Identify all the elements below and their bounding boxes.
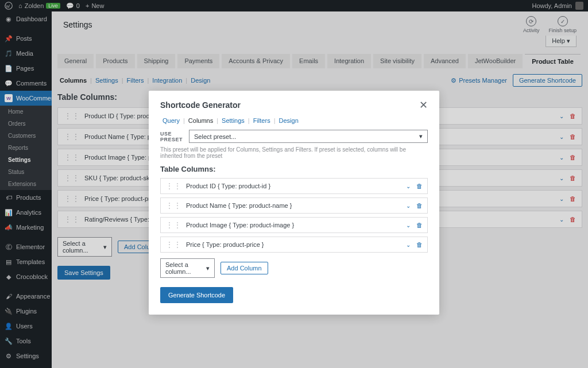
chevron-down-icon[interactable]: ⌄: [406, 203, 411, 209]
modal-tab-query[interactable]: Query: [160, 117, 182, 124]
preset-label: USE PRESET: [160, 131, 183, 142]
modal-column-row: ⋮⋮Product Name { Type: product-name } ⌄🗑: [160, 197, 428, 214]
drag-handle-icon[interactable]: ⋮⋮: [165, 201, 181, 210]
chevron-down-icon[interactable]: ⌄: [406, 242, 411, 248]
drag-handle-icon[interactable]: ⋮⋮: [165, 220, 181, 230]
column-label: Product ID { Type: product-id }: [186, 183, 270, 189]
modal-overlay[interactable]: Shortcode Generator ✕ Query| Columns| Se…: [0, 0, 588, 368]
modal-title: Shortcode Generator: [160, 100, 241, 110]
chevron-down-icon: ▾: [419, 133, 423, 140]
column-label: Price { Type: product-price }: [186, 241, 264, 248]
shortcode-modal: Shortcode Generator ✕ Query| Columns| Se…: [149, 91, 439, 315]
column-label: Product Name { Type: product-name }: [186, 202, 292, 209]
modal-tab-settings[interactable]: Settings: [219, 117, 247, 124]
modal-column-row: ⋮⋮Product ID { Type: product-id } ⌄🗑: [160, 178, 428, 194]
chevron-down-icon: ▾: [206, 265, 210, 272]
drag-handle-icon[interactable]: ⋮⋮: [165, 181, 181, 191]
modal-tab-columns[interactable]: Columns: [186, 117, 215, 124]
trash-icon[interactable]: 🗑: [416, 202, 423, 209]
modal-section-title: Table Columns:: [160, 165, 428, 173]
modal-column-row: ⋮⋮Product Image { Type: product-image } …: [160, 217, 428, 233]
preset-note: This preset will be applied for Columns,…: [160, 146, 428, 159]
modal-tab-design[interactable]: Design: [277, 117, 301, 124]
preset-select[interactable]: Select preset...▾: [189, 130, 428, 143]
chevron-down-icon[interactable]: ⌄: [406, 222, 411, 228]
trash-icon[interactable]: 🗑: [416, 241, 423, 248]
modal-column-row: ⋮⋮Price { Type: product-price } ⌄🗑: [160, 237, 428, 253]
chevron-down-icon[interactable]: ⌄: [406, 183, 411, 189]
modal-tab-filters[interactable]: Filters: [251, 117, 273, 124]
modal-column-select[interactable]: Select a column...▾: [160, 258, 215, 278]
drag-handle-icon[interactable]: ⋮⋮: [165, 240, 181, 249]
trash-icon[interactable]: 🗑: [416, 183, 423, 189]
trash-icon[interactable]: 🗑: [416, 222, 423, 228]
modal-add-column-button[interactable]: Add Column: [220, 262, 268, 274]
close-icon[interactable]: ✕: [419, 99, 428, 111]
column-label: Product Image { Type: product-image }: [186, 222, 294, 228]
modal-generate-button[interactable]: Generate Shortcode: [160, 287, 233, 303]
